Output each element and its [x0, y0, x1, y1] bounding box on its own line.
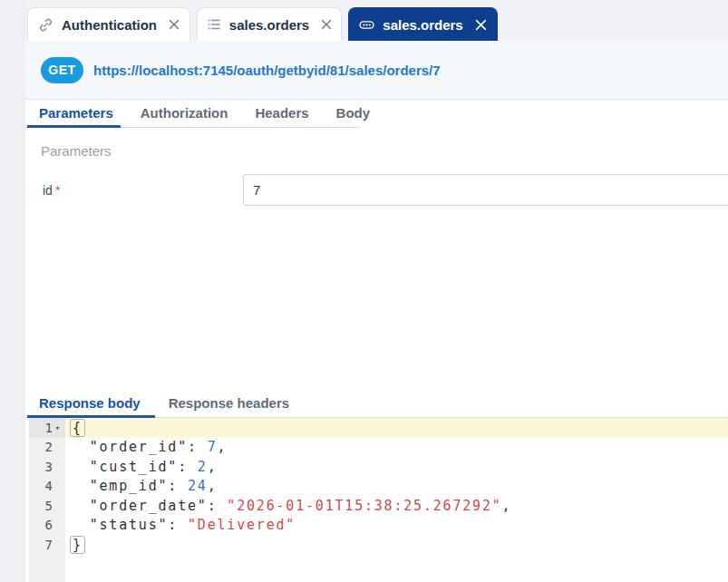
code-text: "emp_id": 24, — [65, 477, 728, 497]
request-url-bar: GET https://localhost:7145/oauth/getbyid… — [25, 41, 728, 100]
tab-label: Authentication — [62, 17, 157, 33]
response-tabbar: Response body Response headers — [25, 390, 728, 418]
code-text: { — [65, 418, 728, 438]
request-tabbar: Parameters Authorization Headers Body — [25, 100, 728, 128]
tab-sales-orders-endpoint[interactable]: sales.orders — [348, 7, 498, 41]
response-body-editor[interactable]: 1▾{2 "order_id": 7,3 "cust_id": 2,4 "emp… — [25, 418, 728, 582]
code-text: "order_date": "2026-01-01T15:38:25.26729… — [65, 496, 728, 516]
tab-label: sales.orders — [383, 17, 462, 33]
code-line: 4 "emp_id": 24, — [29, 477, 728, 497]
request-url[interactable]: https://localhost:7145/oauth/getbyid/81/… — [93, 63, 441, 78]
code-line: 3 "cust_id": 2, — [29, 457, 728, 477]
line-number: 1 — [45, 421, 53, 435]
code-line: 5 "order_date": "2026-01-01T15:38:25.267… — [29, 496, 728, 516]
main-panel: Authentication sales.orders — [25, 0, 728, 582]
line-number: 7 — [45, 538, 53, 552]
left-rail — [0, 0, 25, 582]
api-client-window: Authentication sales.orders — [0, 0, 728, 582]
line-number: 4 — [45, 479, 53, 493]
tab-sales-orders-list[interactable]: sales.orders — [197, 7, 342, 41]
param-id-label: id* — [43, 183, 60, 198]
tab-authentication[interactable]: Authentication — [27, 7, 190, 41]
active-tab-underline — [27, 125, 121, 128]
code-line: 1▾{ — [29, 418, 728, 438]
code-text: } — [65, 535, 728, 555]
required-asterisk: * — [55, 183, 60, 198]
close-icon[interactable] — [169, 19, 180, 30]
tab-authorization[interactable]: Authorization — [141, 100, 228, 128]
tab-headers[interactable]: Headers — [255, 100, 308, 128]
param-id-input[interactable] — [243, 174, 728, 206]
code-text: "cust_id": 2, — [65, 457, 728, 477]
code-line: 6 "status": "Delivered" — [29, 516, 728, 536]
parameters-section-label: Parameters — [41, 143, 112, 159]
fold-caret-icon[interactable]: ▾ — [53, 423, 63, 432]
code-lines: 1▾{2 "order_id": 7,3 "cust_id": 2,4 "emp… — [25, 418, 728, 555]
code-text: "status": "Delivered" — [65, 516, 728, 536]
http-method-badge: GET — [41, 57, 83, 83]
code-line: 7} — [29, 535, 728, 555]
parameter-row: id* — [25, 174, 728, 207]
tab-body[interactable]: Body — [336, 100, 371, 128]
tab-response-headers[interactable]: Response headers — [169, 390, 289, 417]
code-text: "order_id": 7, — [65, 438, 728, 458]
tab-response-body[interactable]: Response body — [39, 390, 141, 417]
link-icon — [38, 17, 53, 33]
close-icon[interactable] — [321, 19, 332, 30]
close-icon[interactable] — [475, 19, 487, 31]
tab-label: sales.orders — [229, 17, 309, 33]
code-line: 2 "order_id": 7, — [29, 438, 728, 458]
document-tabbar: Authentication sales.orders — [25, 0, 728, 41]
list-icon — [207, 17, 221, 32]
line-number: 6 — [45, 518, 53, 532]
line-number: 5 — [45, 499, 53, 513]
connection-icon — [359, 17, 374, 33]
tab-parameters[interactable]: Parameters — [39, 100, 113, 128]
line-number: 2 — [45, 440, 53, 454]
line-number: 3 — [45, 460, 53, 474]
